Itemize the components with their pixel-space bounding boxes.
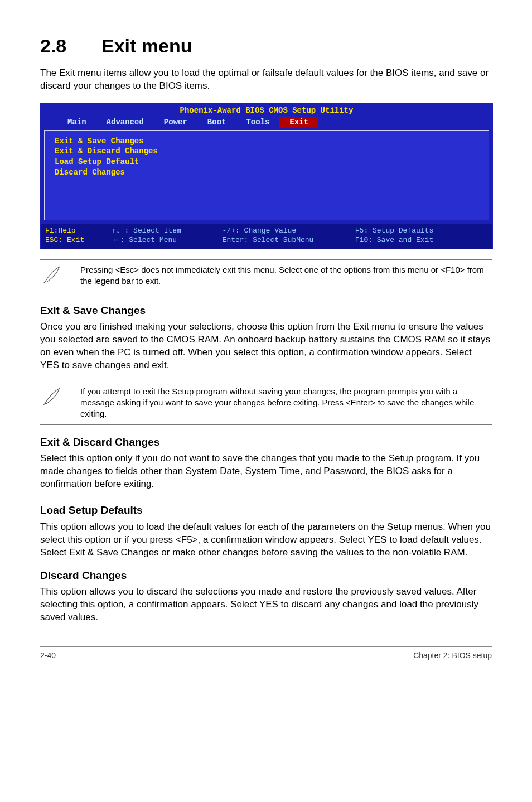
- page-footer: 2-40 Chapter 2: BIOS setup: [40, 646, 492, 661]
- bios-tab-main: Main: [57, 117, 96, 128]
- bios-f-selmenu: →←: Select Menu: [112, 236, 177, 244]
- bios-item: Discard Changes: [55, 167, 478, 178]
- bios-tab-exit: Exit: [279, 117, 318, 128]
- bios-f-defaults: F5: Setup Defaults: [355, 226, 433, 235]
- footer-right: Chapter 2: BIOS setup: [413, 650, 492, 661]
- note-text: Pressing <Esc> does not immediately exit…: [80, 264, 492, 287]
- bios-screen: Phoenix-Award BIOS CMOS Setup Utility Ma…: [40, 103, 493, 249]
- bios-f-help: F1:Help: [45, 226, 76, 235]
- bios-body: Exit & Save Changes Exit & Discard Chang…: [44, 130, 489, 220]
- section-heading: 2.8Exit menu: [40, 33, 492, 59]
- bios-tab-tools: Tools: [236, 117, 279, 128]
- bios-item: Exit & Discard Changes: [55, 146, 478, 157]
- bios-tab-advanced: Advanced: [96, 117, 154, 128]
- bios-tabs: Main Advanced Power Boot Tools Exit: [41, 117, 492, 130]
- bios-tab-boot: Boot: [197, 117, 236, 128]
- bios-title: Phoenix-Award BIOS CMOS Setup Utility: [41, 103, 492, 117]
- bios-item: Load Setup Default: [55, 157, 478, 167]
- body-exit-save: Once you are finished making your select…: [40, 321, 492, 372]
- note-text: If you attempt to exit the Setup program…: [80, 386, 492, 420]
- body-exit-discard: Select this option only if you do not wa…: [40, 452, 492, 491]
- bios-f-selitem: ↑↓ : Select Item: [112, 226, 181, 235]
- quill-icon: [40, 386, 65, 410]
- section-number: 2.8: [40, 33, 101, 59]
- intro-paragraph: The Exit menu items allow you to load th…: [40, 67, 492, 93]
- bios-footer: F1:Help ↑↓ : Select Item -/+: Change Val…: [41, 224, 492, 249]
- subhead-discard: Discard Changes: [40, 568, 492, 583]
- bios-tab-power: Power: [154, 117, 197, 128]
- body-load-defaults: This option allows you to load the defau…: [40, 521, 492, 559]
- bios-f-enter: Enter: Select SubMenu: [223, 236, 314, 244]
- bios-f-saveexit: F10: Save and Exit: [355, 236, 433, 244]
- body-discard: This option allows you to discard the se…: [40, 586, 492, 624]
- bios-item: Exit & Save Changes: [55, 136, 478, 147]
- bios-f-esc: ESC: Exit: [45, 236, 84, 244]
- section-title: Exit menu: [101, 35, 192, 56]
- quill-icon: [40, 264, 65, 288]
- note-block-esc: Pressing <Esc> does not immediately exit…: [40, 259, 492, 293]
- subhead-exit-discard: Exit & Discard Changes: [40, 435, 492, 450]
- note-block-attempt: If you attempt to exit the Setup program…: [40, 381, 492, 425]
- footer-left: 2-40: [40, 650, 56, 661]
- subhead-load-defaults: Load Setup Defaults: [40, 503, 492, 518]
- subhead-exit-save: Exit & Save Changes: [40, 303, 492, 318]
- bios-f-change: -/+: Change Value: [223, 226, 297, 235]
